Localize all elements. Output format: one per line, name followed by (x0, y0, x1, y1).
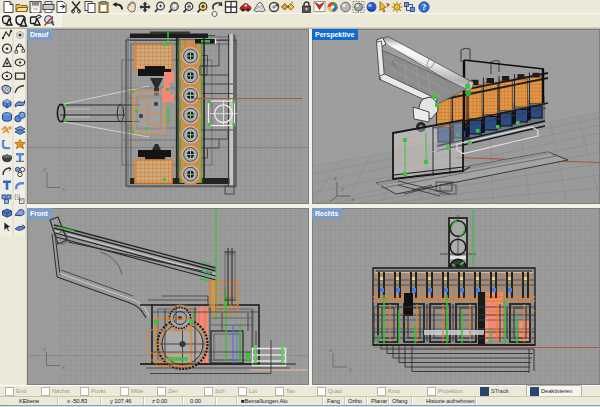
svg-text:?: ? (422, 2, 427, 12)
svg-text:z: z (329, 346, 333, 354)
svg-text:z: z (42, 345, 46, 353)
svg-text:z: z (333, 174, 337, 182)
